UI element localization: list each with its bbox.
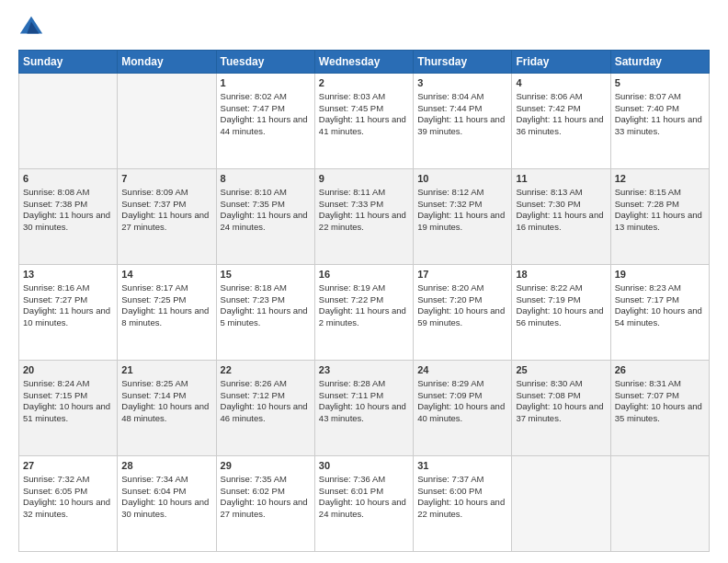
sunset-text: Sunset: 7:11 PM	[319, 390, 383, 400]
daylight-text: Daylight: 10 hours and 54 minutes.	[615, 305, 702, 327]
logo-icon	[18, 15, 44, 40]
day-number: 7	[121, 172, 211, 186]
daylight-text: Daylight: 10 hours and 59 minutes.	[417, 305, 505, 327]
sunset-text: Sunset: 7:19 PM	[516, 294, 580, 304]
day-number: 21	[121, 363, 211, 377]
sunset-text: Sunset: 7:22 PM	[319, 294, 383, 304]
sunrise-text: Sunrise: 8:19 AM	[319, 282, 385, 293]
calendar-cell: 19Sunrise: 8:23 AMSunset: 7:17 PMDayligh…	[610, 265, 709, 361]
sunset-text: Sunset: 6:05 PM	[23, 486, 87, 496]
daylight-text: Daylight: 11 hours and 36 minutes.	[516, 114, 603, 136]
day-number: 30	[319, 459, 409, 473]
day-number: 10	[417, 172, 507, 186]
sunset-text: Sunset: 7:15 PM	[23, 390, 87, 400]
day-number: 22	[221, 363, 311, 377]
sunrise-text: Sunrise: 7:36 AM	[319, 474, 385, 484]
calendar-cell: 21Sunrise: 8:25 AMSunset: 7:14 PMDayligh…	[118, 361, 216, 456]
sunset-text: Sunset: 7:08 PM	[516, 390, 580, 400]
sunset-text: Sunset: 6:01 PM	[319, 486, 383, 496]
day-number: 25	[516, 363, 606, 377]
daylight-text: Daylight: 10 hours and 40 minutes.	[417, 401, 505, 423]
day-number: 31	[417, 459, 507, 473]
sunrise-text: Sunrise: 8:15 AM	[615, 187, 681, 197]
daylight-text: Daylight: 11 hours and 22 minutes.	[319, 210, 406, 232]
daylight-text: Daylight: 11 hours and 24 minutes.	[221, 210, 308, 232]
calendar-cell: 17Sunrise: 8:20 AMSunset: 7:20 PMDayligh…	[414, 265, 512, 361]
logo	[18, 15, 48, 40]
daylight-text: Daylight: 11 hours and 2 minutes.	[319, 305, 406, 327]
header	[18, 15, 710, 40]
daylight-text: Daylight: 10 hours and 35 minutes.	[615, 401, 702, 423]
day-number: 17	[417, 268, 507, 282]
sunrise-text: Sunrise: 8:02 AM	[221, 91, 287, 101]
day-number: 14	[121, 268, 211, 282]
weekday-header: Friday	[512, 51, 610, 74]
calendar-week-row: 20Sunrise: 8:24 AMSunset: 7:15 PMDayligh…	[19, 361, 710, 456]
calendar-cell: 1Sunrise: 8:02 AMSunset: 7:47 PMDaylight…	[216, 74, 314, 169]
calendar-table: SundayMondayTuesdayWednesdayThursdayFrid…	[18, 50, 710, 552]
sunrise-text: Sunrise: 8:23 AM	[615, 282, 681, 293]
weekday-header: Tuesday	[216, 51, 314, 74]
sunset-text: Sunset: 6:04 PM	[121, 486, 186, 496]
day-number: 27	[23, 459, 113, 473]
day-number: 5	[615, 76, 705, 90]
sunset-text: Sunset: 7:14 PM	[121, 390, 186, 400]
sunset-text: Sunset: 7:35 PM	[221, 199, 285, 209]
sunrise-text: Sunrise: 8:29 AM	[417, 378, 483, 388]
day-number: 20	[23, 363, 113, 377]
sunset-text: Sunset: 7:33 PM	[319, 199, 383, 209]
calendar-cell	[512, 456, 610, 552]
sunset-text: Sunset: 7:07 PM	[615, 390, 679, 400]
day-number: 28	[121, 459, 211, 473]
day-number: 18	[516, 268, 606, 282]
day-number: 1	[221, 76, 311, 90]
sunrise-text: Sunrise: 8:31 AM	[615, 378, 681, 388]
daylight-text: Daylight: 11 hours and 16 minutes.	[516, 210, 603, 232]
sunset-text: Sunset: 7:37 PM	[121, 199, 186, 209]
calendar-cell: 29Sunrise: 7:35 AMSunset: 6:02 PMDayligh…	[216, 456, 314, 552]
sunset-text: Sunset: 7:20 PM	[417, 294, 482, 304]
calendar-cell: 6Sunrise: 8:08 AMSunset: 7:38 PMDaylight…	[19, 169, 118, 265]
daylight-text: Daylight: 10 hours and 56 minutes.	[516, 305, 603, 327]
sunset-text: Sunset: 7:32 PM	[417, 199, 482, 209]
day-number: 26	[615, 363, 705, 377]
calendar-cell: 4Sunrise: 8:06 AMSunset: 7:42 PMDaylight…	[512, 74, 610, 169]
daylight-text: Daylight: 10 hours and 24 minutes.	[319, 497, 406, 519]
sunset-text: Sunset: 7:45 PM	[319, 103, 383, 113]
day-number: 2	[319, 76, 409, 90]
daylight-text: Daylight: 10 hours and 43 minutes.	[319, 401, 406, 423]
sunset-text: Sunset: 7:27 PM	[23, 294, 87, 304]
calendar-cell: 15Sunrise: 8:18 AMSunset: 7:23 PMDayligh…	[216, 265, 314, 361]
calendar-week-row: 1Sunrise: 8:02 AMSunset: 7:47 PMDaylight…	[19, 74, 710, 169]
sunrise-text: Sunrise: 8:09 AM	[121, 187, 188, 197]
daylight-text: Daylight: 10 hours and 22 minutes.	[417, 497, 505, 519]
calendar-cell: 25Sunrise: 8:30 AMSunset: 7:08 PMDayligh…	[512, 361, 610, 456]
daylight-text: Daylight: 11 hours and 39 minutes.	[417, 114, 505, 136]
sunset-text: Sunset: 7:40 PM	[615, 103, 679, 113]
calendar-cell: 9Sunrise: 8:11 AMSunset: 7:33 PMDaylight…	[314, 169, 413, 265]
calendar-cell: 28Sunrise: 7:34 AMSunset: 6:04 PMDayligh…	[118, 456, 216, 552]
sunrise-text: Sunrise: 7:34 AM	[121, 474, 188, 484]
sunrise-text: Sunrise: 8:11 AM	[319, 187, 385, 197]
calendar-cell: 27Sunrise: 7:32 AMSunset: 6:05 PMDayligh…	[19, 456, 118, 552]
sunrise-text: Sunrise: 8:12 AM	[417, 187, 483, 197]
sunset-text: Sunset: 7:17 PM	[615, 294, 679, 304]
sunset-text: Sunset: 7:47 PM	[221, 103, 285, 113]
day-number: 29	[221, 459, 311, 473]
sunrise-text: Sunrise: 8:26 AM	[221, 378, 287, 388]
calendar-cell: 31Sunrise: 7:37 AMSunset: 6:00 PMDayligh…	[414, 456, 512, 552]
day-number: 3	[417, 76, 507, 90]
sunset-text: Sunset: 6:00 PM	[417, 486, 482, 496]
day-number: 15	[221, 268, 311, 282]
day-number: 24	[417, 363, 507, 377]
calendar-cell	[118, 74, 216, 169]
day-number: 4	[516, 76, 606, 90]
calendar-cell: 20Sunrise: 8:24 AMSunset: 7:15 PMDayligh…	[19, 361, 118, 456]
day-number: 6	[23, 172, 113, 186]
sunset-text: Sunset: 7:38 PM	[23, 199, 87, 209]
day-number: 11	[516, 172, 606, 186]
sunrise-text: Sunrise: 8:28 AM	[319, 378, 385, 388]
calendar-cell	[610, 456, 709, 552]
daylight-text: Daylight: 10 hours and 51 minutes.	[23, 401, 110, 423]
day-number: 19	[615, 268, 705, 282]
